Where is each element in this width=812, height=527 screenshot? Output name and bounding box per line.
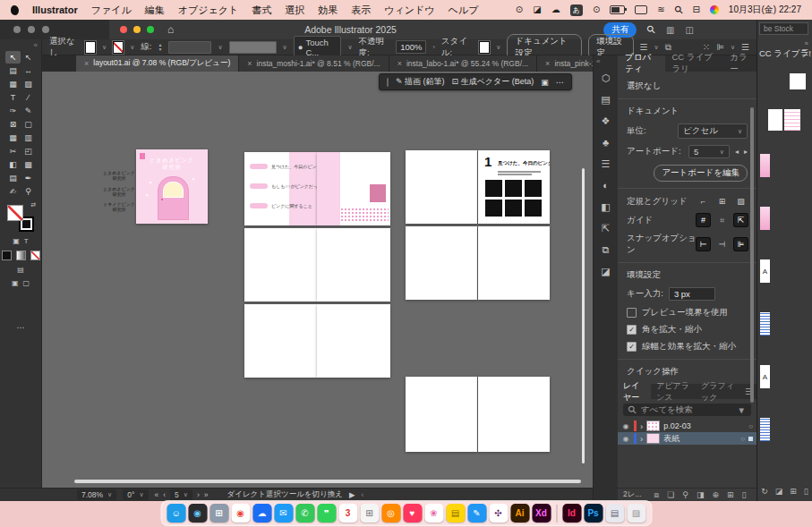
lasso-tool[interactable]: ▨ — [21, 78, 36, 90]
line-tool[interactable]: ∕ — [21, 91, 36, 104]
edit-artboards-button[interactable]: アートボードを編集 — [654, 165, 748, 182]
menu-object[interactable]: オブジェクト — [178, 4, 239, 17]
library-swatch[interactable] — [768, 109, 782, 131]
doc-tab-insta-labo[interactable]: × insta_labo-1.ai* @ 55.24 % (RGB/... — [389, 55, 537, 72]
close-icon[interactable]: × — [84, 59, 89, 68]
dock-app-notes[interactable]: ▤ — [446, 504, 465, 523]
export-panel-icon[interactable]: ⇱ — [594, 217, 618, 239]
gradient-button[interactable] — [16, 251, 26, 260]
direct-selection-tool[interactable]: ↖ — [21, 51, 36, 64]
paragraph-panel-icon[interactable]: ☰ — [594, 153, 618, 174]
menu-file[interactable]: ファイル — [91, 4, 132, 17]
canvas-vertical-scrollbar[interactable] — [582, 168, 585, 463]
locate-icon[interactable]: ⚲ — [682, 490, 688, 500]
sphere-panel-icon[interactable]: ◐ — [594, 174, 618, 196]
type-tool[interactable]: T — [5, 91, 21, 104]
smart-guides-icon[interactable]: ⇱ — [734, 214, 748, 226]
dock-app-chrome[interactable]: ◉ — [231, 504, 250, 523]
library-swatch[interactable] — [790, 73, 806, 89]
close-icon[interactable]: × — [397, 59, 402, 68]
pages-panel-icon[interactable]: ◪ — [594, 260, 618, 282]
canvas-horizontal-scrollbar[interactable] — [74, 480, 581, 483]
width-tool[interactable]: ↔ — [21, 64, 36, 77]
frame-tool[interactable]: ⊠ — [5, 118, 21, 131]
color-wheel-icon[interactable] — [710, 5, 719, 14]
layers-menu-icon[interactable]: ☰ — [740, 384, 756, 399]
zoom-window-button[interactable] — [147, 26, 154, 33]
more-options-icon[interactable]: ⋯ — [556, 78, 564, 87]
trash-icon[interactable]: ▯ — [804, 487, 808, 496]
selection-tool[interactable]: ↖ — [5, 51, 21, 64]
library-item-thumbnail[interactable] — [760, 207, 770, 230]
snap-options-icon[interactable]: ⊫ — [716, 42, 724, 52]
none-button[interactable] — [30, 251, 40, 260]
draw-normal-icon[interactable]: ▣ — [12, 279, 19, 287]
adobe-stock-search-input[interactable]: be Stock — [759, 22, 808, 35]
zoom-level-select[interactable]: 7.08%∨ — [77, 489, 116, 500]
keyboard-increment-field[interactable]: 3 px — [669, 287, 715, 301]
dock-app-cloud-app[interactable]: ☁ — [252, 504, 271, 523]
shaper-panel-icon[interactable]: ♣ — [594, 132, 618, 153]
free-transform-tool[interactable]: ◰ — [21, 145, 36, 157]
close-icon[interactable]: × — [545, 59, 550, 68]
cloud-icon[interactable]: ☁ — [551, 5, 560, 14]
shape-tool[interactable]: ▢ — [21, 118, 36, 131]
mask-icon[interactable]: ◨ — [697, 490, 705, 500]
brush-preview-field[interactable] — [229, 41, 277, 54]
battery-icon[interactable] — [610, 5, 625, 14]
library-swatch[interactable] — [784, 109, 800, 131]
tab-appearance[interactable]: アピアランス — [651, 384, 696, 399]
play-status-icon[interactable]: ⊙ — [593, 5, 600, 14]
visibility-eye-icon[interactable]: ◉ — [621, 422, 630, 430]
menu-help[interactable]: ヘルプ — [449, 4, 479, 17]
draw-behind-icon[interactable]: ▢ — [23, 279, 30, 287]
target-icon[interactable]: ○ — [748, 422, 753, 430]
grid-tool[interactable]: ▦ — [5, 132, 21, 144]
gradient-tool[interactable]: ◧ — [5, 158, 21, 171]
grid-icon[interactable]: ⊞ — [715, 195, 729, 208]
stroke-width-field[interactable] — [168, 41, 211, 54]
dock-app-trash[interactable]: ▨ — [627, 504, 645, 523]
puppet-panel-icon[interactable]: ❖ — [594, 110, 618, 132]
control-center-icon[interactable]: ⊟ — [692, 5, 699, 14]
library-item-thumbnail[interactable]: A — [760, 365, 770, 388]
dock-app-mail[interactable]: ✉ — [274, 504, 293, 523]
menu-effect[interactable]: 効果 — [318, 4, 338, 17]
filter-icon[interactable]: ▼ — [738, 405, 746, 415]
scale-corners-row[interactable]: ✓ 角を拡大・縮小 — [627, 324, 748, 336]
stroke-stepper[interactable]: ▲▼ — [158, 43, 163, 52]
dock-app-calculator[interactable]: ⊞ — [360, 504, 379, 523]
gradient-panel-icon[interactable]: ◧ — [594, 196, 618, 217]
prev-artboard-icon[interactable]: ◂ — [735, 148, 739, 156]
contextual-taskbar[interactable]: ✎ 描画 (鉛筆) ⊡ 生成ベクター (Beta) ▣ ⋯ — [379, 73, 572, 90]
scale-strokes-row[interactable]: ✓ 線幅と効果を拡大・縮小 — [627, 341, 748, 353]
dock-app-siri[interactable]: ◉ — [188, 504, 207, 523]
dock-app-finder[interactable]: ☺ — [167, 504, 185, 523]
canvas[interactable]: ✎ 描画 (鉛筆) ⊡ 生成ベクター (Beta) ▣ ⋯ ときめきピンク 研究… — [42, 72, 593, 488]
tab-properties[interactable]: プロパティ — [618, 55, 665, 72]
home-icon[interactable]: ⌂ — [167, 23, 174, 36]
dock-app-facetime[interactable]: ✆ — [295, 504, 314, 523]
fill-swatch[interactable] — [85, 41, 96, 54]
dock-app-pages[interactable]: ✎ — [467, 504, 486, 523]
artboard-number-select[interactable]: 5∨ — [170, 489, 192, 500]
library-item-thumbnail[interactable] — [760, 312, 770, 336]
scale-corners-checkbox[interactable]: ✓ — [627, 325, 637, 335]
select-similar-icon[interactable]: ☰ — [640, 42, 648, 52]
arrange-icon[interactable]: ⧉ — [665, 42, 671, 53]
release-icon[interactable]: ❏ — [667, 490, 674, 500]
spotlight-icon[interactable]: ⚲ — [671, 3, 686, 17]
menu-view[interactable]: 表示 — [351, 4, 371, 17]
new-layer-icon[interactable]: ⊞ — [727, 490, 734, 500]
mesh-tool[interactable]: ▩ — [21, 158, 36, 171]
layers-search-input[interactable]: ⚲ すべてを検索 ▼ — [623, 404, 751, 416]
screen-mode-icon[interactable]: ▣ — [13, 237, 20, 245]
display-icon[interactable] — [635, 5, 647, 14]
library-item-thumbnail[interactable] — [760, 154, 770, 177]
draw-pencil-button[interactable]: ✎ 描画 (鉛筆) — [396, 76, 445, 88]
pencil-tool[interactable]: ✎ — [21, 105, 36, 117]
eyedropper-tool[interactable]: ✒ — [21, 172, 36, 184]
cc-menu-icon[interactable]: ☰ — [801, 48, 808, 57]
edit-toolbar-icon[interactable]: ⋯ — [0, 323, 41, 332]
preview-bounds-row[interactable]: プレビュー境界を使用 — [627, 307, 748, 319]
